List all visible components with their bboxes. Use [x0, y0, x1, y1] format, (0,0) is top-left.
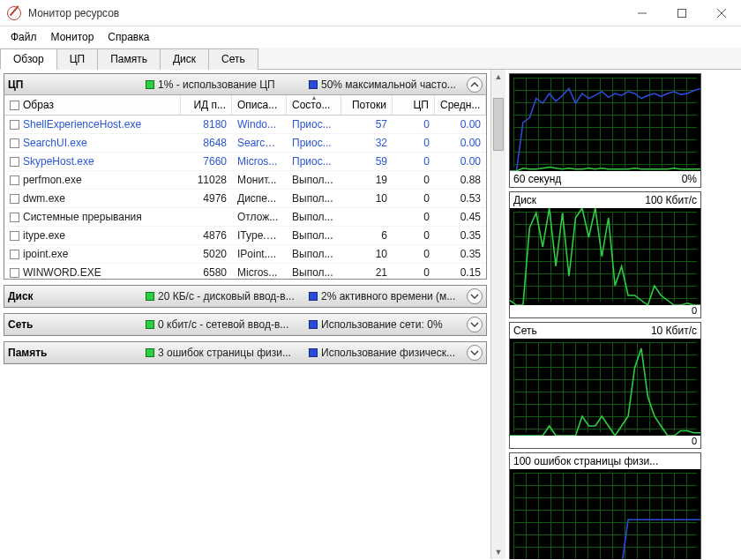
graph-footer: 0 [510, 436, 700, 448]
expand-button[interactable] [467, 288, 483, 304]
section-disk-title: Диск [8, 290, 140, 302]
graph-title-left: 100 ошибок страницы физи... [513, 455, 658, 467]
blue-square-icon [309, 80, 318, 89]
section-net-stat2: Использование сети: 0% [309, 318, 467, 331]
checkbox-all[interactable] [10, 101, 19, 110]
section-mem-stat2: Использование физическ... [309, 347, 467, 359]
menu-file[interactable]: Файл [4, 29, 44, 45]
section-net: Сеть 0 кбит/с - сетевой ввод-в... Исполь… [4, 313, 487, 336]
close-button[interactable] [701, 0, 741, 26]
table-row[interactable]: SkypeHost.exe7660Micros...Приос...5900.0… [4, 153, 486, 171]
tab-disk[interactable]: Диск [160, 49, 209, 70]
section-cpu-stat1: 1% - использование ЦП [146, 78, 303, 91]
section-mem: Память 3 ошибок страницы физи... Использ… [4, 341, 487, 364]
minimize-button[interactable] [622, 0, 662, 26]
table-row[interactable]: ShellExperienceHost.exe8180Windo...Приос… [4, 116, 486, 134]
sort-indicator-icon: ▴ [312, 93, 316, 101]
right-pane: 60 секунд0%Диск100 Кбит/с0Сеть10 Кбит/с0… [505, 70, 708, 559]
row-checkbox[interactable] [10, 194, 19, 204]
graph-footer-left: 60 секунд [513, 173, 561, 185]
svg-rect-1 [677, 9, 685, 17]
app-icon [7, 6, 21, 20]
section-disk-stat1: 20 КБ/с - дисковый ввод-в... [146, 290, 303, 302]
scroll-thumb[interactable] [493, 98, 504, 151]
section-cpu: ЦП 1% - использование ЦП 50% максимально… [4, 73, 487, 280]
col-desc[interactable]: Описа... [232, 95, 287, 115]
section-mem-header[interactable]: Память 3 ошибок страницы физи... Использ… [4, 342, 486, 363]
menu-help[interactable]: Справка [101, 29, 156, 45]
col-status[interactable]: ▴Состо... [287, 95, 341, 115]
cpu-table-header: Образ ИД п... Описа... ▴Состо... Потоки … [4, 95, 486, 116]
table-row[interactable]: Системные прерыванияОтлож...Выпол...00.4… [4, 208, 486, 227]
collapse-button[interactable] [467, 77, 483, 93]
expand-button[interactable] [467, 317, 483, 332]
section-disk-header[interactable]: Диск 20 КБ/с - дисковый ввод-в... 2% акт… [4, 286, 486, 307]
scroll-down-icon[interactable]: ▼ [491, 545, 505, 559]
table-row[interactable]: dwm.exe4976Диспе...Выпол...1000.53 [4, 190, 486, 208]
row-checkbox[interactable] [10, 138, 19, 148]
col-image[interactable]: Образ [4, 95, 181, 115]
graph-box: Сеть10 Кбит/с0 [509, 322, 701, 449]
graph-box: Диск100 Кбит/с0 [509, 191, 701, 318]
left-pane: ЦП 1% - использование ЦП 50% максимально… [0, 70, 490, 373]
tabs: Обзор ЦП Память Диск Сеть [0, 48, 741, 70]
tab-overview[interactable]: Обзор [0, 49, 57, 70]
section-disk-stat2: 2% активного времени (м... [309, 290, 467, 302]
table-row[interactable]: ipoint.exe5020IPoint....Выпол...1000.35 [4, 245, 486, 264]
tab-network[interactable]: Сеть [208, 49, 258, 70]
graph-title-right: 10 Кбит/с [651, 325, 697, 337]
vertical-scrollbar[interactable]: ▲ ▼ [490, 70, 505, 559]
blue-square-icon [309, 320, 318, 329]
section-net-stat1: 0 кбит/с - сетевой ввод-в... [146, 318, 303, 331]
green-square-icon [146, 292, 154, 301]
graph-title-left: Диск [513, 194, 536, 206]
tab-memory[interactable]: Память [97, 49, 161, 70]
graph-box: 100 ошибок страницы физи... [509, 452, 701, 559]
maximize-button[interactable] [662, 0, 701, 26]
expand-button[interactable] [467, 345, 483, 361]
section-cpu-title: ЦП [8, 78, 140, 91]
table-row[interactable]: perfmon.exe11028Монит...Выпол...1900.88 [4, 171, 486, 190]
titlebar: Монитор ресурсов [0, 0, 741, 26]
graph-title-left: Сеть [513, 325, 537, 337]
main: ЦП 1% - использование ЦП 50% максимально… [0, 70, 741, 559]
tab-cpu[interactable]: ЦП [56, 49, 99, 70]
table-row[interactable]: SearchUI.exe8648Search ...Приос...3200.0… [4, 134, 486, 153]
table-row[interactable]: itype.exe4876IType.exeВыпол...600.35 [4, 227, 486, 245]
row-checkbox[interactable] [10, 213, 19, 222]
scroll-up-icon[interactable]: ▲ [491, 70, 505, 84]
row-checkbox[interactable] [10, 250, 19, 259]
col-threads[interactable]: Потоки [341, 95, 393, 115]
section-net-title: Сеть [8, 318, 140, 331]
menubar: Файл Монитор Справка [0, 26, 741, 48]
graph-canvas [510, 74, 700, 171]
row-checkbox[interactable] [10, 231, 19, 241]
col-pid[interactable]: ИД п... [181, 95, 232, 115]
graph-box: 60 секунд0% [509, 73, 701, 188]
window-title: Монитор ресурсов [28, 7, 622, 19]
section-cpu-header[interactable]: ЦП 1% - использование ЦП 50% максимально… [4, 74, 486, 95]
table-row[interactable]: WINWORD.EXE6580Micros...Выпол...2100.15 [4, 264, 486, 279]
section-mem-stat1: 3 ошибок страницы физи... [146, 347, 303, 359]
section-disk: Диск 20 КБ/с - дисковый ввод-в... 2% акт… [4, 285, 487, 308]
blue-square-icon [309, 292, 318, 301]
green-square-icon [146, 80, 154, 89]
graph-footer: 0 [510, 305, 700, 317]
col-cpu[interactable]: ЦП [393, 95, 435, 115]
graph-footer-right: 0% [682, 173, 697, 185]
row-checkbox[interactable] [10, 157, 19, 167]
cpu-table-body[interactable]: ShellExperienceHost.exe8180Windo...Приос… [4, 116, 486, 279]
col-avg[interactable]: Средн... [435, 95, 486, 115]
blue-square-icon [309, 348, 318, 357]
graph-canvas [510, 339, 700, 436]
green-square-icon [146, 320, 154, 329]
graph-title-right: 100 Кбит/с [645, 194, 697, 206]
graph-canvas [510, 469, 700, 559]
row-checkbox[interactable] [10, 175, 19, 185]
row-checkbox[interactable] [10, 268, 19, 278]
row-checkbox[interactable] [10, 120, 19, 130]
menu-monitor[interactable]: Монитор [44, 29, 101, 45]
section-net-header[interactable]: Сеть 0 кбит/с - сетевой ввод-в... Исполь… [4, 314, 486, 335]
section-mem-title: Память [8, 347, 140, 359]
section-cpu-stat2: 50% максимальной часто... [309, 78, 467, 91]
